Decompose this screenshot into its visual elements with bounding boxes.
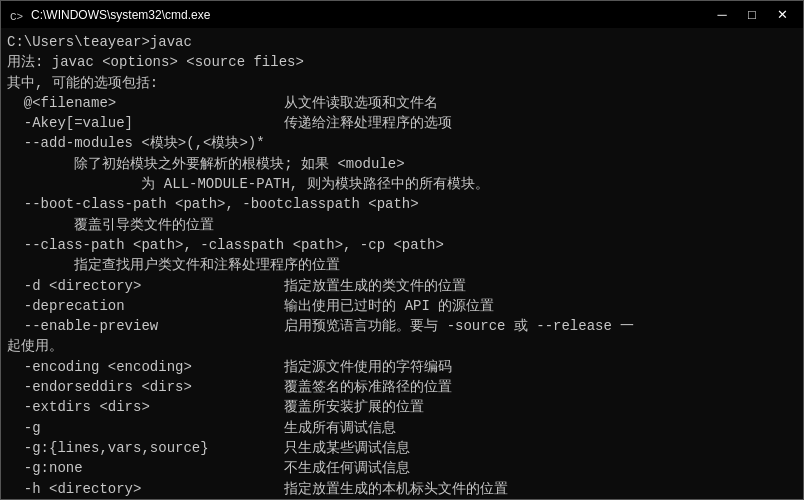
- console-line: --class-path <path>, -classpath <path>, …: [7, 235, 797, 255]
- console-line: 除了初始模块之外要解析的根模块; 如果 <module>: [7, 154, 797, 174]
- console-line: --boot-class-path <path>, -bootclasspath…: [7, 194, 797, 214]
- console-line: --add-modules <模块>(,<模块>)*: [7, 133, 797, 153]
- console-line: 指定查找用户类文件和注释处理程序的位置: [7, 255, 797, 275]
- console-line: 起使用。: [7, 336, 797, 356]
- console-line: -d <directory> 指定放置生成的类文件的位置: [7, 276, 797, 296]
- console-line: -g:{lines,vars,source} 只生成某些调试信息: [7, 438, 797, 458]
- cmd-icon: C>: [9, 7, 25, 23]
- console-line: -h <directory> 指定放置生成的本机标头文件的位置: [7, 479, 797, 499]
- close-button[interactable]: ✕: [769, 5, 795, 25]
- console-line: -Akey[=value] 传递给注释处理程序的选项: [7, 113, 797, 133]
- minimize-button[interactable]: ─: [709, 5, 735, 25]
- cmd-window: C> C:\WINDOWS\system32\cmd.exe ─ □ ✕ C:\…: [0, 0, 804, 500]
- console-line: -endorseddirs <dirs> 覆盖签名的标准路径的位置: [7, 377, 797, 397]
- console-line: 其中, 可能的选项包括:: [7, 73, 797, 93]
- console-line: -deprecation 输出使用已过时的 API 的源位置: [7, 296, 797, 316]
- maximize-button[interactable]: □: [739, 5, 765, 25]
- console-line: 为 ALL-MODULE-PATH, 则为模块路径中的所有模块。: [7, 174, 797, 194]
- title-bar: C> C:\WINDOWS\system32\cmd.exe ─ □ ✕: [0, 0, 804, 28]
- console-line: @<filename> 从文件读取选项和文件名: [7, 93, 797, 113]
- console-line: --enable-preview 启用预览语言功能。要与 -source 或 -…: [7, 316, 797, 336]
- console-line: -encoding <encoding> 指定源文件使用的字符编码: [7, 357, 797, 377]
- console-output: C:\Users\teayear>javac用法: javac <options…: [0, 28, 804, 500]
- svg-text:C>: C>: [10, 11, 23, 23]
- console-line: 用法: javac <options> <source files>: [7, 52, 797, 72]
- console-line: 覆盖引导类文件的位置: [7, 215, 797, 235]
- title-bar-left: C> C:\WINDOWS\system32\cmd.exe: [9, 7, 210, 23]
- console-line: -g:none 不生成任何调试信息: [7, 458, 797, 478]
- console-line: -extdirs <dirs> 覆盖所安装扩展的位置: [7, 397, 797, 417]
- window-title: C:\WINDOWS\system32\cmd.exe: [31, 8, 210, 22]
- window-controls: ─ □ ✕: [709, 5, 795, 25]
- console-line: -g 生成所有调试信息: [7, 418, 797, 438]
- console-line: C:\Users\teayear>javac: [7, 32, 797, 52]
